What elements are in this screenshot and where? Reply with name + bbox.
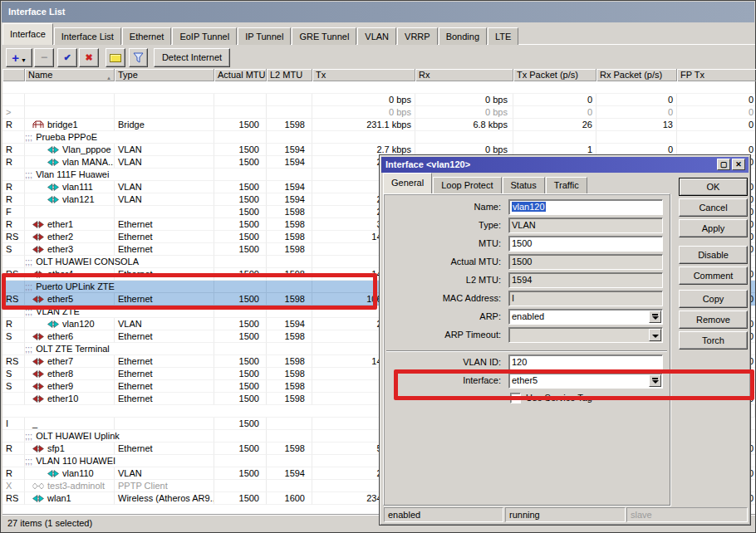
table-row[interactable]: >0 bps0 bps000 xyxy=(2,106,755,119)
dialog-tab-loop-protect[interactable]: Loop Protect xyxy=(433,177,501,193)
mac-address-label: MAC Address: xyxy=(385,291,501,306)
remove-button[interactable]: − xyxy=(34,48,54,67)
flag-label: RS xyxy=(2,356,18,366)
apply-button[interactable]: Apply xyxy=(679,219,748,237)
vlan-icon xyxy=(47,319,61,330)
sort-asc-icon: ▲ xyxy=(106,72,111,81)
mtu-field[interactable]: 1500 xyxy=(508,236,663,252)
tab-ethernet[interactable]: Ethernet xyxy=(122,27,172,45)
chevron-down-icon[interactable] xyxy=(649,374,661,387)
column-header-rx[interactable]: Rx xyxy=(415,69,513,81)
interface-type: VLAN xyxy=(115,194,142,204)
chevron-down-icon[interactable] xyxy=(649,311,661,323)
dialog-tab-general[interactable]: General xyxy=(383,173,432,193)
flag-label: R xyxy=(2,219,12,229)
section-divider xyxy=(386,350,667,352)
column-header-flags[interactable] xyxy=(2,69,25,81)
dialog-tab-status[interactable]: Status xyxy=(503,177,545,193)
table-row[interactable]: Rbridge1Bridge15001598231.1 kbps6.8 kbps… xyxy=(2,119,755,131)
column-header-type[interactable]: Type xyxy=(115,69,214,81)
comment-marker: ;;; xyxy=(25,431,32,441)
arp-field[interactable]: enabled xyxy=(508,309,663,325)
window-titlebar[interactable]: Interface List xyxy=(2,2,754,22)
flag-label: R xyxy=(2,443,12,453)
comment-button[interactable] xyxy=(106,48,125,67)
l2-mtu-value: 1598 xyxy=(285,269,312,279)
column-header-l2-mtu[interactable]: L2 MTU xyxy=(267,69,312,81)
column-header-tx-packet-p-s-[interactable]: Tx Packet (p/s) xyxy=(513,69,596,81)
tab-vlan[interactable]: VLAN xyxy=(357,27,396,45)
comment-text: OLT HUAWEI CONSOLA xyxy=(36,257,139,266)
table-row[interactable]: 0 bps0 bps000 xyxy=(2,94,755,106)
flag-label: S xyxy=(2,331,12,341)
dialog-titlebar[interactable]: Interface <vlan120> ▢ ✕ xyxy=(381,157,749,173)
tab-interface-list[interactable]: Interface List xyxy=(54,27,121,45)
actual-mtu-value: 1500 xyxy=(239,443,266,453)
close-icon[interactable]: ✕ xyxy=(732,159,745,170)
comment-marker: ;;; xyxy=(25,344,32,354)
tab-interface[interactable]: Interface xyxy=(2,23,53,45)
tab-ip-tunnel[interactable]: IP Tunnel xyxy=(238,27,291,45)
ok-button[interactable]: OK xyxy=(679,178,748,196)
flag-label: I xyxy=(2,418,8,428)
enable-button[interactable]: ✔ xyxy=(57,48,77,67)
l2-mtu-field[interactable]: 1594 xyxy=(508,272,663,288)
l2-mtu-value: 1594 xyxy=(285,319,312,329)
interface-name: vlan111 xyxy=(62,182,93,192)
use-service-tag-checkbox[interactable] xyxy=(510,393,521,403)
type-field[interactable]: VLAN xyxy=(508,218,663,233)
column-header-actual-mtu[interactable]: Actual MTU xyxy=(214,69,267,81)
tab-gre-tunnel[interactable]: GRE Tunnel xyxy=(292,27,356,45)
arp-timeout-label: ARP Timeout: xyxy=(385,327,501,343)
interface-name: ether6 xyxy=(47,331,73,341)
chevron-down-icon[interactable] xyxy=(649,329,661,341)
dialog-tab-traffic[interactable]: Traffic xyxy=(546,177,587,193)
copy-button[interactable]: Copy xyxy=(679,290,748,308)
column-header-fp-tx[interactable]: FP Tx xyxy=(677,69,756,81)
filter-button[interactable] xyxy=(129,48,148,67)
interface-dialog: Interface <vlan120> ▢ ✕ GeneralLoop Prot… xyxy=(379,154,751,526)
interface-name: sfp1 xyxy=(47,443,65,453)
interface-list-window: Interface List InterfaceInterface ListEt… xyxy=(0,0,756,533)
disable-button[interactable]: Disable xyxy=(679,246,748,264)
detect-internet-button[interactable]: Detect Internet xyxy=(154,48,230,67)
add-button[interactable]: +▼ xyxy=(6,48,32,67)
arp-label: ARP: xyxy=(385,309,501,325)
mac-address-field[interactable]: I xyxy=(508,291,663,306)
column-header-rx-packet-p-s-[interactable]: Rx Packet (p/s) xyxy=(596,69,677,81)
interface-name: vlan121 xyxy=(62,194,95,204)
tab-bonding[interactable]: Bonding xyxy=(439,27,487,45)
folder-icon xyxy=(110,54,121,62)
torch-button[interactable]: Torch xyxy=(679,331,748,350)
arp-timeout-field[interactable] xyxy=(508,327,663,343)
column-header-tx[interactable]: Tx xyxy=(312,69,415,81)
l2-mtu-value: 1598 xyxy=(285,331,312,341)
name-field[interactable]: vlan120 xyxy=(508,199,663,215)
rx-value: 0 bps xyxy=(485,95,513,105)
cancel-button[interactable]: Cancel xyxy=(679,198,748,217)
tx-packet-value: 1 xyxy=(587,144,596,154)
tab-eoip-tunnel[interactable]: EoIP Tunnel xyxy=(172,27,237,45)
actual-mtu-value: 1500 xyxy=(239,269,266,279)
actual-mtu-field[interactable]: 1500 xyxy=(508,254,663,270)
tab-vrrp[interactable]: VRRP xyxy=(397,27,438,45)
table-row[interactable] xyxy=(2,81,755,94)
ethernet-icon xyxy=(32,369,46,380)
vlan-id-label: VLAN ID: xyxy=(385,355,501,370)
vlan-id-field[interactable]: 120 xyxy=(508,355,663,370)
restore-icon[interactable]: ▢ xyxy=(717,159,730,170)
tab-lte[interactable]: LTE xyxy=(488,27,518,45)
remove-button[interactable]: Remove xyxy=(679,311,748,329)
comment-row[interactable]: ;;;Prueba PPPoE xyxy=(2,131,755,144)
comment-marker: ;;; xyxy=(25,257,32,266)
comment-button[interactable]: Comment xyxy=(679,266,748,285)
actual-mtu-value: 1500 xyxy=(239,120,266,130)
fp-tx-value: 0 xyxy=(749,120,755,130)
comment-marker: ;;; xyxy=(25,456,32,466)
comment-text: VLAN 110 HUAWEI xyxy=(36,456,115,466)
comment-text: OLT ZTE Terminal xyxy=(36,344,110,354)
column-header-name[interactable]: Name▲ xyxy=(25,69,115,81)
tx-packet-value: 26 xyxy=(582,120,596,130)
disable-button[interactable]: ✖ xyxy=(79,48,99,67)
interface-field[interactable]: ether5 xyxy=(508,373,663,389)
